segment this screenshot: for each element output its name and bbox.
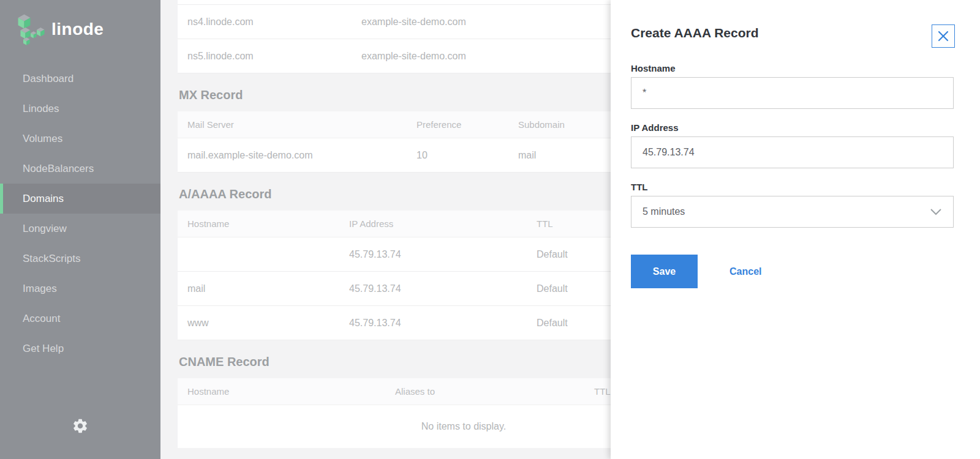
cell-mail-server: mail.example-site-demo.com xyxy=(187,150,417,161)
sidebar-item-get-help[interactable]: Get Help xyxy=(0,334,160,364)
header-hostname: Hostname xyxy=(187,218,349,229)
hostname-field-group: Hostname xyxy=(631,63,954,109)
ttl-selected-value: 5 minutes xyxy=(643,206,685,217)
linode-logo-icon xyxy=(17,13,45,45)
header-hostname: Hostname xyxy=(187,386,395,397)
cell-hostname: www xyxy=(187,318,349,329)
hostname-label: Hostname xyxy=(631,63,954,73)
ttl-field-group: TTL 5 minutes xyxy=(631,182,954,228)
cell-ip-address: 45.79.13.74 xyxy=(349,249,537,260)
drawer-actions: Save Cancel xyxy=(631,255,954,288)
settings-gear-icon[interactable] xyxy=(72,417,89,435)
header-preference: Preference xyxy=(417,119,518,130)
sidebar-item-dashboard[interactable]: Dashboard xyxy=(0,64,160,94)
ip-address-label: IP Address xyxy=(631,122,954,133)
sidebar-nav: Dashboard Linodes Volumes NodeBalancers … xyxy=(0,64,160,364)
ttl-label: TTL xyxy=(631,182,954,192)
header-ip-address: IP Address xyxy=(349,218,537,229)
drawer-title: Create AAAA Record xyxy=(631,26,954,40)
cancel-button[interactable]: Cancel xyxy=(726,266,765,278)
cell-ip-address: 45.79.13.74 xyxy=(349,318,537,329)
save-button[interactable]: Save xyxy=(631,255,698,288)
header-aliases-to: Aliases to xyxy=(395,386,594,397)
sidebar-item-domains[interactable]: Domains xyxy=(0,184,160,214)
sidebar-item-volumes[interactable]: Volumes xyxy=(0,124,160,154)
create-aaaa-record-drawer: Create AAAA Record Hostname IP Address T… xyxy=(611,0,980,459)
cell-hostname: mail xyxy=(187,283,349,294)
hostname-input[interactable] xyxy=(631,77,954,109)
linode-logo[interactable]: linode xyxy=(0,0,160,45)
brand-name: linode xyxy=(51,20,104,39)
close-icon xyxy=(937,30,949,42)
ttl-select[interactable]: 5 minutes xyxy=(631,196,954,228)
ip-address-input[interactable] xyxy=(631,136,954,168)
chevron-down-icon xyxy=(930,209,941,215)
sidebar: linode Dashboard Linodes Volumes NodeBal… xyxy=(0,0,160,459)
sidebar-item-longview[interactable]: Longview xyxy=(0,214,160,244)
sidebar-item-linodes[interactable]: Linodes xyxy=(0,94,160,124)
cell-name-server: ns4.linode.com xyxy=(187,17,361,28)
sidebar-item-nodebalancers[interactable]: NodeBalancers xyxy=(0,154,160,184)
close-button[interactable] xyxy=(932,24,955,48)
sidebar-item-images[interactable]: Images xyxy=(0,274,160,304)
sidebar-item-stackscripts[interactable]: StackScripts xyxy=(0,244,160,274)
ip-address-field-group: IP Address xyxy=(631,122,954,168)
header-mail-server: Mail Server xyxy=(187,119,417,130)
cell-preference: 10 xyxy=(417,150,518,161)
cell-ip-address: 45.79.13.74 xyxy=(349,283,537,294)
sidebar-item-account[interactable]: Account xyxy=(0,304,160,334)
cell-name-server: ns5.linode.com xyxy=(187,51,361,62)
